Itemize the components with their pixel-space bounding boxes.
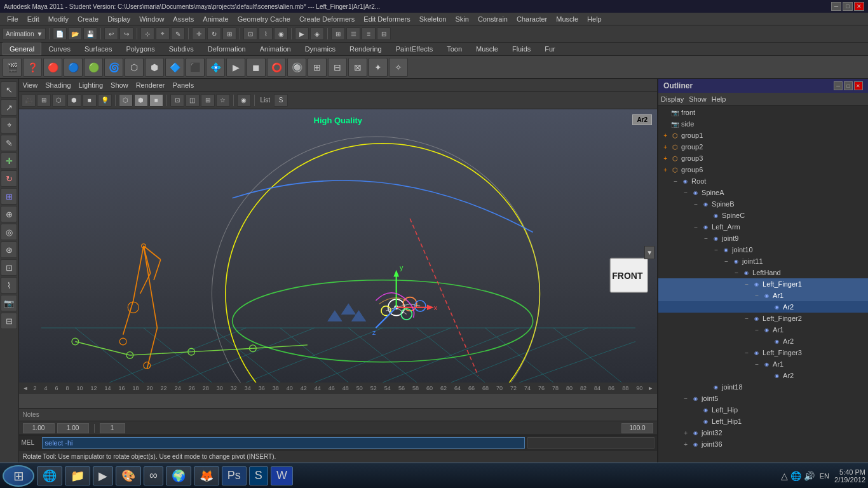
tb-move[interactable]: ✛ bbox=[192, 27, 206, 40]
expand-icon[interactable]: − bbox=[752, 291, 761, 300]
shelf-tab-fluids[interactable]: Fluids bbox=[505, 43, 538, 55]
end-time-input[interactable] bbox=[57, 423, 89, 433]
expand-icon[interactable]: − bbox=[752, 325, 761, 334]
expand-icon[interactable]: − bbox=[742, 348, 751, 357]
outliner-item-spinec[interactable]: ◉ SpineC bbox=[658, 210, 868, 221]
shelf-icon-2[interactable]: ❓ bbox=[23, 58, 42, 77]
lt-camera[interactable]: 📷 bbox=[1, 295, 17, 311]
shelf-icon-16[interactable]: ⊞ bbox=[308, 58, 327, 77]
shelf-icon-8[interactable]: ⬢ bbox=[145, 58, 164, 77]
outliner-item-ar2-1[interactable]: ◉ Ar2 bbox=[658, 301, 868, 313]
mel-input[interactable] bbox=[42, 437, 526, 449]
lt-snap-curve[interactable]: ⌇ bbox=[1, 277, 17, 294]
vt-hud[interactable]: ⊞ bbox=[201, 94, 215, 107]
viewport-scroll-arrow[interactable]: ▼ bbox=[644, 246, 654, 259]
menu-animate[interactable]: Animate bbox=[198, 14, 233, 24]
shelf-icon-3[interactable]: 🔴 bbox=[43, 58, 62, 77]
expand-icon[interactable]: − bbox=[742, 314, 751, 323]
expand-icon[interactable]: + bbox=[681, 440, 690, 449]
outliner-menu-display[interactable]: Display bbox=[661, 95, 684, 103]
menu-skeleton[interactable]: Skeleton bbox=[415, 14, 451, 24]
taskbar-firefox[interactable]: 🦊 bbox=[194, 466, 219, 485]
viewport-menu-panels[interactable]: Panels bbox=[173, 81, 194, 89]
expand-icon[interactable]: − bbox=[681, 394, 690, 403]
shelf-icon-13[interactable]: ◼ bbox=[247, 58, 266, 77]
lt-select[interactable]: ↖ bbox=[1, 81, 17, 98]
shelf-tab-painteffects[interactable]: PaintEffects bbox=[389, 43, 440, 55]
lt-paint[interactable]: ✎ bbox=[1, 135, 17, 151]
outliner-item-side[interactable]: 📷 side bbox=[658, 118, 868, 130]
expand-icon[interactable]: + bbox=[661, 165, 670, 174]
menu-create[interactable]: Create bbox=[73, 14, 103, 24]
tb-snap-grid[interactable]: ⊡ bbox=[243, 27, 257, 40]
expand-icon[interactable] bbox=[763, 302, 771, 311]
outliner-item-front[interactable]: 📷 front bbox=[658, 107, 868, 118]
tb-save[interactable]: 💾 bbox=[83, 27, 97, 40]
shelf-icon-12[interactable]: ▶ bbox=[226, 58, 245, 77]
outliner-close[interactable]: ✕ bbox=[854, 81, 863, 90]
outliner-item-joint11[interactable]: − ◉ joint11 bbox=[658, 255, 868, 267]
outliner-item-group6[interactable]: + ⬡ group6 bbox=[658, 164, 868, 175]
viewport-menu-shading[interactable]: Shading bbox=[45, 81, 71, 89]
outliner-item-group1[interactable]: + ⬡ group1 bbox=[658, 130, 868, 141]
tb-new[interactable]: 📄 bbox=[53, 27, 67, 40]
outliner-menu-help[interactable]: Help bbox=[712, 95, 726, 103]
vt-shade3[interactable]: ■ bbox=[149, 94, 163, 107]
taskbar-ie[interactable]: 🌐 bbox=[37, 466, 62, 485]
vt-xray[interactable]: ☆ bbox=[216, 94, 230, 107]
outliner-item-group3[interactable]: + ⬡ group3 bbox=[658, 152, 868, 164]
current-frame-input[interactable] bbox=[100, 423, 125, 433]
expand-icon[interactable]: − bbox=[702, 234, 710, 243]
viewport-menu-renderer[interactable]: Renderer bbox=[136, 81, 165, 89]
expand-icon[interactable] bbox=[661, 119, 670, 128]
tb-lasso[interactable]: ⌖ bbox=[156, 27, 170, 40]
tb-redo[interactable]: ↪ bbox=[119, 27, 133, 40]
outliner-item-ar1-1[interactable]: − ◉ Ar1 bbox=[658, 290, 868, 301]
shelf-tab-muscle[interactable]: Muscle bbox=[469, 43, 505, 55]
shelf-tab-general[interactable]: General bbox=[3, 43, 41, 55]
shelf-icon-15[interactable]: 🔘 bbox=[287, 58, 306, 77]
timeline-bar[interactable] bbox=[19, 394, 658, 408]
shelf-tab-toon[interactable]: Toon bbox=[440, 43, 469, 55]
menu-modify[interactable]: Modify bbox=[44, 14, 73, 24]
expand-icon[interactable]: − bbox=[722, 257, 731, 266]
outliner-item-ar2-2[interactable]: ◉ Ar2 bbox=[658, 336, 868, 347]
outliner-item-root[interactable]: − ◉ Root bbox=[658, 175, 868, 187]
menu-skin[interactable]: Skin bbox=[451, 14, 473, 24]
shelf-tab-subdivs[interactable]: Subdivs bbox=[162, 43, 201, 55]
shelf-tab-polygons[interactable]: Polygons bbox=[119, 43, 161, 55]
outliner-item-lefthand[interactable]: − ◉ LeftHand bbox=[658, 267, 868, 278]
tb-open[interactable]: 📂 bbox=[68, 27, 82, 40]
expand-icon[interactable]: − bbox=[681, 188, 690, 197]
maximize-button[interactable]: □ bbox=[843, 2, 853, 11]
viewport-3d[interactable]: High Quality Ar2 ▼ bbox=[19, 109, 658, 383]
taskbar-skype[interactable]: S bbox=[249, 466, 268, 485]
menu-edit-deformers[interactable]: Edit Deformers bbox=[359, 14, 414, 24]
tb-layer-editor[interactable]: ⊟ bbox=[377, 27, 391, 40]
outliner-item-left-finger1[interactable]: − ◉ Left_Finger1 bbox=[658, 278, 868, 290]
tb-ipr[interactable]: ◈ bbox=[310, 27, 324, 40]
menu-create-deformers[interactable]: Create Deformers bbox=[295, 14, 359, 24]
menu-assets[interactable]: Assets bbox=[168, 14, 198, 24]
shelf-icon-10[interactable]: ⬛ bbox=[186, 58, 205, 77]
outliner-item-spinea[interactable]: − ◉ SpineA bbox=[658, 187, 868, 198]
shelf-icon-7[interactable]: ⬡ bbox=[125, 58, 144, 77]
outliner-item-joint5[interactable]: − ◉ joint5 bbox=[658, 393, 868, 404]
taskbar-loop[interactable]: ∞ bbox=[144, 466, 163, 485]
outliner-minimize[interactable]: ─ bbox=[834, 81, 843, 90]
tb-undo[interactable]: ↩ bbox=[104, 27, 118, 40]
expand-icon[interactable] bbox=[702, 383, 710, 391]
shelf-tab-fur[interactable]: Fur bbox=[538, 43, 562, 55]
outliner-item-ar2-3[interactable]: ◉ Ar2 bbox=[658, 370, 868, 381]
outliner-maximize[interactable]: □ bbox=[844, 81, 853, 90]
animation-mode-dropdown[interactable]: Animation ▼ bbox=[3, 28, 46, 39]
taskbar-media[interactable]: ▶ bbox=[93, 466, 113, 485]
expand-icon[interactable]: − bbox=[671, 177, 680, 186]
vt-isolate[interactable]: ◉ bbox=[237, 94, 251, 107]
expand-icon[interactable]: + bbox=[661, 131, 670, 140]
tb-rotate[interactable]: ↻ bbox=[207, 27, 221, 40]
vt-wireframe[interactable]: ⬡ bbox=[52, 94, 66, 107]
lt-move[interactable]: ✛ bbox=[1, 152, 17, 169]
taskbar-art[interactable]: 🎨 bbox=[116, 466, 141, 485]
shelf-icon-6[interactable]: 🌀 bbox=[104, 58, 123, 77]
